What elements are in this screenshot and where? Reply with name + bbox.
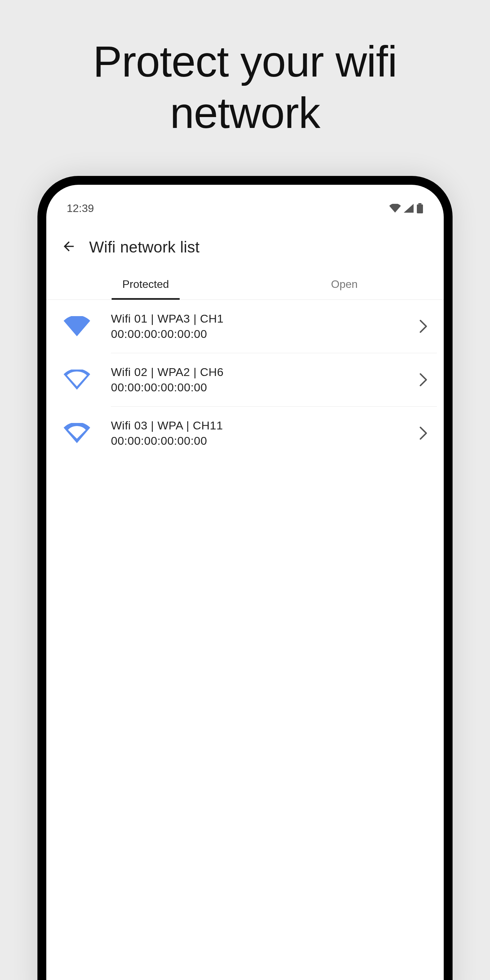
tab-protected-label: Protected: [123, 278, 169, 290]
wifi-row-text: Wifi 01 | WPA3 | CH1 00:00:00:00:00:00: [111, 312, 401, 340]
wifi-list: Wifi 01 | WPA3 | CH1 00:00:00:00:00:00: [46, 300, 444, 460]
wifi-row-text: Wifi 03 | WPA | CH11 00:00:00:00:00:00: [111, 419, 401, 447]
wifi-row-title: Wifi 03 | WPA | CH11: [111, 419, 401, 432]
tab-protected[interactable]: Protected: [46, 268, 245, 299]
wifi-signal-low-icon: [56, 423, 97, 443]
wifi-row[interactable]: Wifi 01 | WPA3 | CH1 00:00:00:00:00:00: [46, 300, 444, 353]
battery-status-icon: [417, 203, 423, 213]
wifi-status-icon: [389, 204, 401, 213]
status-icons: [389, 203, 423, 213]
phone-frame: 12:39: [37, 176, 453, 980]
chevron-right-icon: [415, 320, 432, 333]
wifi-signal-medium-icon: [56, 369, 97, 390]
wifi-row[interactable]: Wifi 02 | WPA2 | CH6 00:00:00:00:00:00: [46, 353, 444, 406]
app-bar: Wifi network list: [46, 219, 444, 268]
chevron-right-icon: [415, 427, 432, 440]
phone-screen: 12:39: [46, 185, 444, 980]
wifi-signal-full-icon: [56, 316, 97, 337]
chevron-right-icon: [415, 373, 432, 386]
wifi-row-mac: 00:00:00:00:00:00: [111, 434, 401, 447]
wifi-row-mac: 00:00:00:00:00:00: [111, 381, 401, 394]
phone-frame-wrap: 12:39: [0, 176, 490, 980]
back-button[interactable]: [61, 239, 76, 255]
hero-title: Protect your wifi network: [0, 0, 490, 138]
status-bar: 12:39: [46, 185, 444, 219]
svg-rect-1: [417, 205, 423, 213]
hero-title-line1: Protect your wifi: [93, 37, 397, 86]
wifi-row-mac: 00:00:00:00:00:00: [111, 327, 401, 340]
cellular-status-icon: [404, 204, 414, 213]
wifi-row[interactable]: Wifi 03 | WPA | CH11 00:00:00:00:00:00: [46, 407, 444, 460]
wifi-row-title: Wifi 01 | WPA3 | CH1: [111, 312, 401, 325]
wifi-row-title: Wifi 02 | WPA2 | CH6: [111, 366, 401, 379]
tab-open[interactable]: Open: [245, 268, 444, 299]
tab-open-label: Open: [331, 278, 358, 290]
status-time: 12:39: [67, 202, 94, 215]
tabs: Protected Open: [46, 268, 444, 300]
wifi-row-text: Wifi 02 | WPA2 | CH6 00:00:00:00:00:00: [111, 366, 401, 394]
page-title: Wifi network list: [89, 238, 200, 256]
svg-rect-0: [418, 203, 422, 205]
hero-title-line2: network: [170, 89, 320, 137]
